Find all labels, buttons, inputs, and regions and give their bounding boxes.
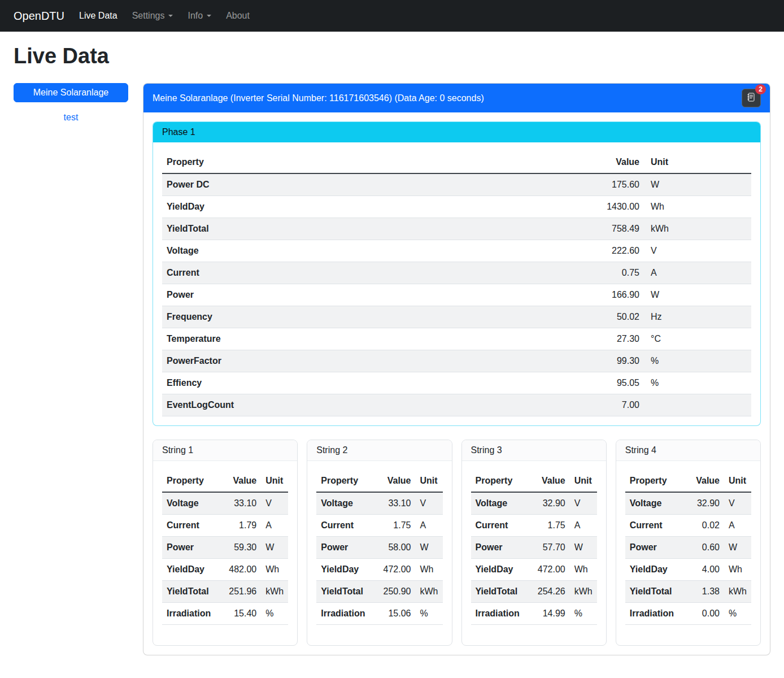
row-value: 1.79	[224, 515, 261, 537]
row-property: Frequency	[162, 306, 582, 328]
row-unit: kWh	[724, 581, 751, 603]
row-property: Power	[162, 537, 224, 559]
phase-card-title: Phase 1	[153, 122, 760, 142]
table-header-row: Property Value Unit	[162, 470, 288, 492]
row-unit: Wh	[570, 559, 597, 581]
table-row: YieldTotal250.90kWh	[316, 581, 442, 603]
row-value: 0.02	[688, 515, 724, 537]
row-property: Voltage	[162, 240, 582, 262]
row-unit: W	[570, 537, 597, 559]
row-unit	[644, 394, 751, 416]
row-property: YieldTotal	[162, 581, 224, 603]
table-row: Voltage32.90V	[471, 492, 597, 515]
table-row: Power58.00W	[316, 537, 442, 559]
row-property: EventLogCount	[162, 394, 582, 416]
row-property: Power	[316, 537, 378, 559]
string-table: Property Value Unit Voltage33.10V Curren…	[316, 470, 442, 625]
string-table: Property Value Unit Voltage33.10V Curren…	[162, 470, 288, 625]
row-unit: W	[644, 173, 751, 196]
table-row: Power0.60W	[625, 537, 751, 559]
row-property: YieldTotal	[316, 581, 378, 603]
row-value: 1430.00	[582, 196, 644, 218]
column-header-unit: Unit	[724, 470, 751, 492]
row-unit: kWh	[644, 218, 751, 240]
string-card-title: String 1	[153, 440, 297, 461]
table-header-row: Property Value Unit	[162, 151, 751, 173]
row-unit: Wh	[724, 559, 751, 581]
row-unit: Wh	[416, 559, 443, 581]
row-unit: Hz	[644, 306, 751, 328]
row-unit: A	[261, 515, 288, 537]
row-unit: V	[416, 492, 443, 515]
row-value: 32.90	[533, 492, 570, 515]
row-property: Power	[162, 284, 582, 306]
row-value: 58.00	[379, 537, 416, 559]
row-property: Irradiation	[316, 603, 378, 625]
row-property: Current	[471, 515, 533, 537]
inverter-select-test[interactable]: test	[14, 112, 128, 123]
table-row: Effiency95.05%	[162, 372, 751, 394]
table-row: Irradiation15.06%	[316, 603, 442, 625]
column-header-unit: Unit	[416, 470, 443, 492]
row-property: YieldDay	[316, 559, 378, 581]
row-property: Current	[162, 262, 582, 284]
table-row: Voltage32.90V	[625, 492, 751, 515]
table-row: Voltage33.10V	[162, 492, 288, 515]
column-header-unit: Unit	[570, 470, 597, 492]
row-value: 57.70	[533, 537, 570, 559]
nav-item-about[interactable]: About	[221, 6, 254, 25]
nav-item-live-data[interactable]: Live Data	[75, 6, 122, 25]
table-row: Voltage222.60V	[162, 240, 751, 262]
column-header-property: Property	[162, 470, 224, 492]
table-row: Current1.75A	[471, 515, 597, 537]
row-unit: %	[724, 603, 751, 625]
row-unit: kWh	[261, 581, 288, 603]
row-property: Current	[625, 515, 688, 537]
table-header-row: Property Value Unit	[625, 470, 751, 492]
row-value: 33.10	[224, 492, 261, 515]
table-row: Irradiation0.00%	[625, 603, 751, 625]
row-value: 758.49	[582, 218, 644, 240]
row-value: 472.00	[533, 559, 570, 581]
inverter-select-button[interactable]: Meine Solaranlage	[14, 83, 128, 102]
row-property: YieldDay	[162, 196, 582, 218]
nav-item-settings[interactable]: Settings	[128, 6, 178, 25]
row-unit: %	[644, 372, 751, 394]
inverter-card-body: Phase 1 Property Value Unit	[143, 112, 770, 655]
row-unit: V	[724, 492, 751, 515]
row-value: 59.30	[224, 537, 261, 559]
row-unit: V	[261, 492, 288, 515]
brand-logo[interactable]: OpenDTU	[14, 10, 64, 23]
row-unit: A	[416, 515, 443, 537]
nav-item-info[interactable]: Info	[183, 6, 216, 25]
row-value: 27.30	[582, 328, 644, 350]
row-value: 95.05	[582, 372, 644, 394]
table-row: YieldDay472.00Wh	[316, 559, 442, 581]
row-value: 472.00	[379, 559, 416, 581]
column-header-unit: Unit	[261, 470, 288, 492]
table-row: YieldTotal251.96kWh	[162, 581, 288, 603]
row-unit: A	[570, 515, 597, 537]
eventlog-button[interactable]: 2	[742, 89, 761, 107]
row-property: Irradiation	[162, 603, 224, 625]
row-value: 1.75	[533, 515, 570, 537]
table-row: Power166.90W	[162, 284, 751, 306]
row-property: Power	[625, 537, 688, 559]
column-header-property: Property	[316, 470, 378, 492]
row-property: Voltage	[625, 492, 688, 515]
table-header-row: Property Value Unit	[316, 470, 442, 492]
row-property: YieldDay	[471, 559, 533, 581]
row-value: 33.10	[379, 492, 416, 515]
column-header-value: Value	[224, 470, 261, 492]
row-property: Current	[162, 515, 224, 537]
row-property: Power	[471, 537, 533, 559]
table-row: YieldDay1430.00Wh	[162, 196, 751, 218]
main-content: Meine Solaranlage (Inverter Serial Numbe…	[143, 83, 770, 655]
row-property: Voltage	[471, 492, 533, 515]
row-value: 251.96	[224, 581, 261, 603]
row-value: 1.38	[688, 581, 724, 603]
table-row: Irradiation14.99%	[471, 603, 597, 625]
table-row: YieldDay482.00Wh	[162, 559, 288, 581]
table-row: Frequency50.02Hz	[162, 306, 751, 328]
row-unit: V	[570, 492, 597, 515]
